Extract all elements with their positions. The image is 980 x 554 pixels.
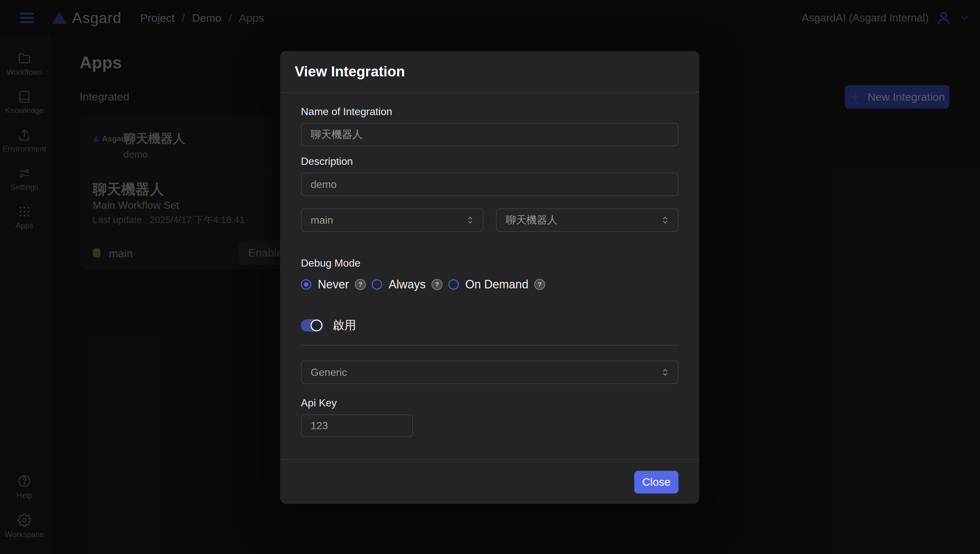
help-icon[interactable]: ?: [431, 279, 442, 290]
modal-header: View Integration: [280, 51, 699, 93]
enabled-toggle-label: 啟用: [333, 317, 356, 333]
type-select[interactable]: Generic: [301, 361, 678, 384]
radio-never-label: Never: [318, 278, 349, 291]
debug-mode-radio-group: Never ? Always ? On Demand ?: [301, 278, 678, 291]
help-icon[interactable]: ?: [355, 279, 366, 290]
description-input[interactable]: demo: [301, 172, 678, 196]
select-chevron-icon: [465, 215, 475, 225]
modal-footer: Close: [280, 460, 699, 504]
branch-select-value: main: [311, 214, 333, 226]
toggle-knob: [311, 319, 322, 331]
name-label: Name of Integration: [301, 106, 678, 118]
radio-on-demand[interactable]: [449, 279, 459, 290]
radio-always[interactable]: [372, 279, 382, 290]
radio-never[interactable]: [301, 279, 311, 290]
debug-mode-label: Debug Mode: [301, 257, 678, 269]
description-label: Description: [301, 155, 678, 168]
branch-select[interactable]: main: [301, 208, 484, 232]
radio-always-label: Always: [389, 278, 426, 291]
app-root: Asgard Project / Demo / Apps AsgardAI (A…: [0, 0, 980, 554]
close-button[interactable]: Close: [634, 471, 678, 493]
divider: [301, 345, 678, 346]
workflow-select-value: 聊天機器人: [506, 213, 558, 227]
api-key-input[interactable]: 123: [301, 414, 413, 437]
name-input[interactable]: 聊天機器人: [301, 123, 678, 146]
help-icon[interactable]: ?: [534, 279, 545, 290]
select-row: main 聊天機器人: [301, 208, 678, 232]
type-select-value: Generic: [311, 366, 347, 378]
modal-title: View Integration: [295, 64, 405, 80]
radio-on-demand-label: On Demand: [465, 278, 528, 291]
select-chevron-icon: [660, 367, 670, 377]
modal-body: Name of Integration 聊天機器人 Description de…: [280, 93, 699, 460]
enabled-toggle[interactable]: [301, 319, 323, 332]
view-integration-modal: View Integration Name of Integration 聊天機…: [280, 51, 699, 504]
workflow-select[interactable]: 聊天機器人: [496, 208, 678, 232]
enabled-toggle-row: 啟用: [301, 317, 678, 333]
select-chevron-icon: [660, 215, 670, 225]
api-key-label: Api Key: [301, 397, 678, 409]
